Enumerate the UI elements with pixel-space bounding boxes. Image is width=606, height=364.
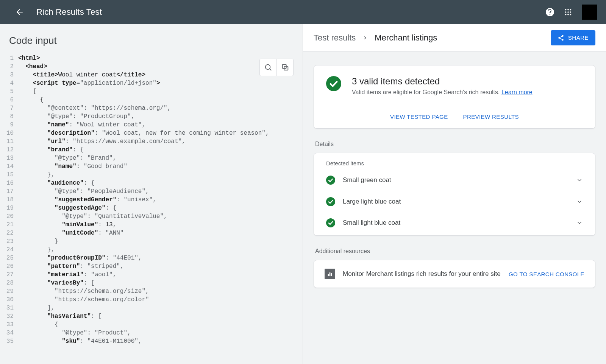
summary-subtitle: Valid items are eligible for Google Sear… bbox=[352, 89, 533, 96]
editor-search-button[interactable] bbox=[260, 59, 276, 76]
line-number: 18 bbox=[0, 196, 18, 204]
code-content: "hasVariant": [ bbox=[18, 312, 102, 320]
code-content: "@type": "Product", bbox=[18, 329, 131, 337]
code-content: }, bbox=[18, 246, 55, 254]
svg-point-5 bbox=[567, 11, 569, 13]
svg-rect-25 bbox=[331, 273, 332, 276]
line-number: 1 bbox=[0, 54, 18, 62]
code-line: 5 [ bbox=[0, 87, 303, 96]
editor-copy-button[interactable] bbox=[276, 59, 293, 76]
code-content: "unitCode": "ANN" bbox=[18, 229, 123, 237]
summary-title: 3 valid items detected bbox=[352, 76, 533, 87]
code-line: 35 "sku": "44E01-M11000", bbox=[0, 337, 303, 345]
results-header: Test results Merchant listings SHARE bbox=[303, 24, 606, 51]
svg-point-4 bbox=[565, 11, 567, 13]
search-icon bbox=[264, 63, 272, 72]
code-line: 13 "@type": "Brand", bbox=[0, 154, 303, 162]
line-number: 28 bbox=[0, 279, 18, 287]
svg-point-20 bbox=[326, 176, 335, 185]
code-line: 9 "name": "Wool winter coat", bbox=[0, 121, 303, 129]
detected-items-card: Detected items Small green coatLarge lig… bbox=[314, 153, 595, 236]
account-avatar[interactable] bbox=[582, 5, 597, 20]
code-editor[interactable]: 1<html>2 <head>3 <title>Wool winter coat… bbox=[0, 54, 303, 364]
code-content: "@type": "QuantitativeValue", bbox=[18, 212, 167, 221]
detected-item-row[interactable]: Small light blue coat bbox=[326, 212, 583, 233]
line-number: 9 bbox=[0, 121, 18, 129]
line-number: 33 bbox=[0, 320, 18, 329]
help-button[interactable] bbox=[542, 5, 558, 20]
svg-point-10 bbox=[266, 65, 270, 70]
code-content: "audience": { bbox=[18, 179, 95, 187]
svg-point-9 bbox=[570, 14, 572, 16]
svg-point-19 bbox=[326, 76, 341, 91]
code-line: 8 "@type": "ProductGroup", bbox=[0, 112, 303, 121]
line-number: 12 bbox=[0, 146, 18, 154]
line-number: 3 bbox=[0, 71, 18, 79]
detected-item-label: Small green coat bbox=[343, 176, 569, 184]
search-console-link[interactable]: GO TO SEARCH CONSOLE bbox=[509, 271, 584, 277]
line-number: 2 bbox=[0, 62, 18, 71]
code-content: "material": "wool", bbox=[18, 271, 116, 279]
line-number: 17 bbox=[0, 187, 18, 196]
detected-item-row[interactable]: Small green coat bbox=[326, 170, 583, 191]
topbar: Rich Results Test bbox=[0, 0, 606, 24]
apps-button[interactable] bbox=[561, 5, 576, 20]
summary-card: 3 valid items detected Valid items are e… bbox=[314, 65, 595, 129]
svg-line-18 bbox=[560, 36, 562, 37]
details-section-label: Details bbox=[315, 141, 594, 148]
code-content: }, bbox=[18, 171, 55, 179]
code-line: 30 "https://schema.org/color" bbox=[0, 296, 303, 304]
line-number: 7 bbox=[0, 104, 18, 112]
line-number: 21 bbox=[0, 221, 18, 229]
apps-grid-icon bbox=[564, 8, 572, 16]
line-number: 15 bbox=[0, 171, 18, 179]
code-content: <html> bbox=[18, 54, 40, 62]
code-line: 26 "pattern": "striped", bbox=[0, 262, 303, 271]
code-content: { bbox=[18, 96, 44, 104]
code-line: 34 "@type": "Product", bbox=[0, 329, 303, 337]
chevron-down-icon bbox=[576, 198, 583, 205]
breadcrumb-prev[interactable]: Test results bbox=[314, 33, 356, 43]
learn-more-link[interactable]: Learn more bbox=[501, 89, 533, 95]
line-number: 35 bbox=[0, 337, 18, 345]
code-content: "sku": "44E01-M11000", bbox=[18, 337, 142, 345]
line-number: 31 bbox=[0, 304, 18, 312]
svg-point-1 bbox=[565, 9, 567, 11]
code-line: 14 "name": "Good brand" bbox=[0, 162, 303, 171]
code-line: 28 "variesBy": [ bbox=[0, 279, 303, 287]
back-button[interactable] bbox=[12, 5, 27, 20]
line-number: 22 bbox=[0, 229, 18, 237]
code-line: 11 "url": "https://www.example.com/coat"… bbox=[0, 137, 303, 146]
code-content: "@type": "Brand", bbox=[18, 154, 116, 162]
detected-item-row[interactable]: Large light blue coat bbox=[326, 191, 583, 212]
view-tested-page-button[interactable]: VIEW TESTED PAGE bbox=[390, 114, 448, 120]
line-number: 6 bbox=[0, 96, 18, 104]
code-line: 7 "@context": "https://schema.org/", bbox=[0, 104, 303, 112]
share-button[interactable]: SHARE bbox=[551, 30, 595, 45]
share-icon bbox=[558, 34, 564, 41]
line-number: 20 bbox=[0, 212, 18, 221]
code-line: 2 <head> bbox=[0, 62, 303, 71]
line-number: 25 bbox=[0, 254, 18, 262]
detected-item-label: Large light blue coat bbox=[343, 198, 569, 205]
code-content: "pattern": "striped", bbox=[18, 262, 123, 271]
line-number: 19 bbox=[0, 204, 18, 212]
code-content: { bbox=[18, 320, 58, 329]
code-content: "suggestedAge": { bbox=[18, 204, 116, 212]
svg-point-21 bbox=[326, 197, 335, 206]
line-number: 11 bbox=[0, 137, 18, 146]
preview-results-button[interactable]: PREVIEW RESULTS bbox=[463, 114, 519, 120]
help-icon bbox=[545, 7, 555, 17]
code-content: <head> bbox=[18, 62, 47, 71]
svg-line-11 bbox=[270, 69, 271, 70]
breadcrumb: Test results Merchant listings bbox=[314, 33, 437, 43]
line-number: 23 bbox=[0, 237, 18, 246]
code-line: 15 }, bbox=[0, 171, 303, 179]
svg-point-22 bbox=[326, 218, 335, 227]
code-content: <script type="application/ld+json"> bbox=[18, 79, 160, 87]
check-circle-icon bbox=[326, 218, 335, 227]
line-number: 30 bbox=[0, 296, 18, 304]
code-line: 31 ], bbox=[0, 304, 303, 312]
line-number: 5 bbox=[0, 87, 18, 96]
line-number: 4 bbox=[0, 79, 18, 87]
